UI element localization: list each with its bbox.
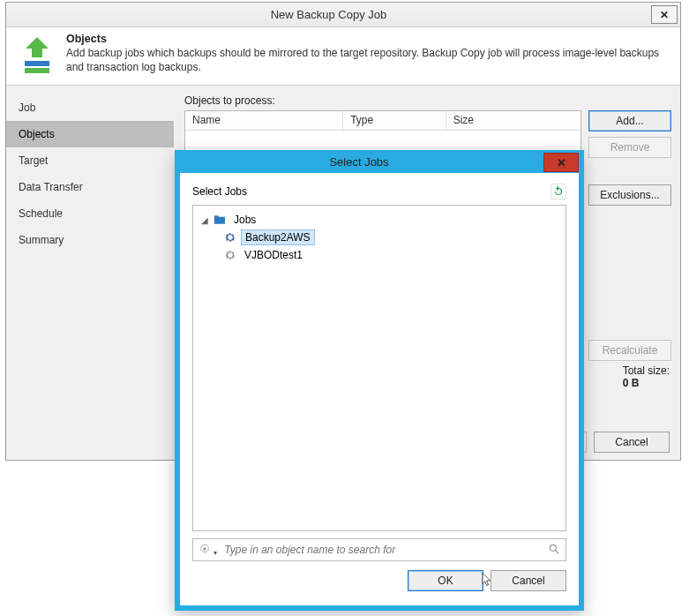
col-type[interactable]: Type bbox=[343, 111, 446, 130]
ok-button[interactable]: OK bbox=[408, 570, 483, 591]
expander-icon[interactable]: ◢ bbox=[200, 215, 209, 225]
titlebar: New Backup Copy Job ✕ bbox=[6, 3, 680, 27]
svg-point-2 bbox=[203, 547, 206, 551]
jobs-folder-icon bbox=[213, 213, 227, 227]
dialog-title: Select Jobs bbox=[175, 155, 543, 169]
grid-header: Name Type Size bbox=[185, 111, 580, 131]
window-title: New Backup Copy Job bbox=[6, 8, 651, 21]
nav-item-summary[interactable]: Summary bbox=[6, 227, 174, 253]
side-buttons: Add... Remove Exclusions... Recalculate bbox=[588, 110, 671, 363]
add-button[interactable]: Add... bbox=[588, 110, 671, 131]
gear-dropdown-icon[interactable]: ▾ bbox=[198, 543, 217, 558]
close-icon: ✕ bbox=[660, 9, 669, 21]
tree-item[interactable]: Backup2AWS bbox=[197, 229, 562, 246]
gear-icon bbox=[223, 248, 237, 262]
table-row[interactable] bbox=[185, 131, 580, 148]
banner: Objects Add backup jobs which backups sh… bbox=[6, 27, 680, 86]
total-size-value: 0 B bbox=[623, 377, 640, 389]
wizard-cancel-button[interactable]: Cancel bbox=[594, 432, 670, 453]
banner-text: Objects Add backup jobs which backups sh… bbox=[66, 33, 671, 81]
exclusions-button[interactable]: Exclusions... bbox=[588, 184, 671, 206]
tree-item-label: VJBODtest1 bbox=[241, 248, 306, 262]
dialog-titlebar: Select Jobs ✕ bbox=[175, 150, 584, 173]
cell bbox=[185, 131, 343, 147]
cancel-button[interactable]: Cancel bbox=[491, 570, 566, 591]
banner-heading: Objects bbox=[66, 33, 671, 45]
remove-button: Remove bbox=[588, 137, 671, 158]
nav-item-schedule[interactable]: Schedule bbox=[6, 200, 174, 227]
tree-root-label: Jobs bbox=[230, 213, 259, 227]
nav-item-target[interactable]: Target bbox=[6, 147, 174, 174]
backup-copy-icon bbox=[17, 34, 57, 75]
total-size-label: Total size: bbox=[623, 364, 670, 377]
nav-item-data-transfer[interactable]: Data Transfer bbox=[6, 174, 174, 200]
svg-rect-0 bbox=[25, 61, 49, 66]
recalculate-button: Recalculate bbox=[588, 340, 671, 361]
gear-icon bbox=[223, 230, 237, 244]
nav-item-objects[interactable]: Objects bbox=[6, 121, 174, 147]
dialog-buttons: OK Cancel bbox=[192, 570, 566, 591]
window-close-button[interactable]: ✕ bbox=[651, 5, 678, 24]
totals: Total size: 0 B bbox=[623, 364, 670, 389]
banner-desc: Add backup jobs which backups should be … bbox=[66, 47, 671, 74]
dialog-header-label: Select Jobs bbox=[192, 185, 247, 198]
select-jobs-dialog: Select Jobs ✕ Select Jobs ◢ Jobs Backup2… bbox=[175, 150, 584, 611]
search-row[interactable]: ▾ bbox=[192, 538, 566, 561]
cell bbox=[343, 131, 446, 147]
search-input[interactable] bbox=[222, 543, 543, 557]
col-size[interactable]: Size bbox=[446, 111, 580, 130]
cell bbox=[446, 131, 580, 147]
search-icon[interactable] bbox=[548, 543, 560, 558]
refresh-icon[interactable] bbox=[550, 184, 566, 199]
nav-item-job[interactable]: Job bbox=[6, 94, 174, 121]
svg-rect-1 bbox=[25, 68, 49, 73]
tree-root[interactable]: ◢ Jobs bbox=[197, 211, 562, 229]
col-name[interactable]: Name bbox=[185, 111, 343, 130]
wizard-nav: JobObjectsTargetData TransferScheduleSum… bbox=[6, 86, 174, 460]
dialog-header-row: Select Jobs bbox=[192, 184, 566, 199]
tree-item[interactable]: VJBODtest1 bbox=[197, 246, 562, 264]
objects-label: Objects to process: bbox=[184, 94, 671, 107]
svg-line-4 bbox=[556, 550, 559, 553]
dialog-close-button[interactable]: ✕ bbox=[543, 153, 579, 172]
jobs-tree[interactable]: ◢ Jobs Backup2AWSVJBODtest1 bbox=[192, 205, 566, 531]
svg-point-3 bbox=[550, 545, 556, 551]
close-icon: ✕ bbox=[544, 156, 578, 169]
tree-item-label: Backup2AWS bbox=[241, 229, 315, 245]
